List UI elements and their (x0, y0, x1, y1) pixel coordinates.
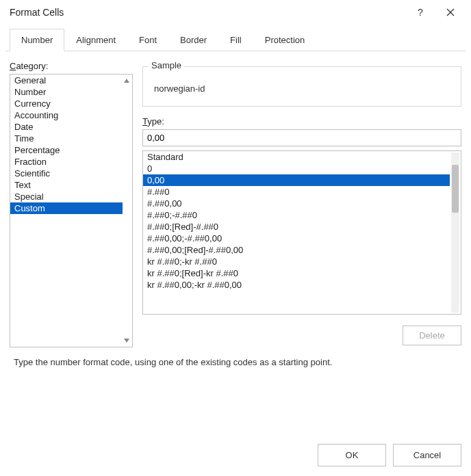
category-item[interactable]: Currency (10, 98, 123, 109)
format-item[interactable]: #.##0,00 (143, 198, 450, 209)
scroll-up-icon[interactable] (123, 77, 130, 84)
svg-marker-2 (124, 79, 129, 83)
tab-number[interactable]: Number (10, 29, 64, 51)
sample-frame: Sample norwegian-id (142, 66, 461, 107)
close-button[interactable] (435, 1, 466, 23)
format-item[interactable]: kr #.##0;-kr #.##0 (143, 256, 450, 267)
sample-label: Sample (149, 60, 184, 70)
tab-font[interactable]: Font (127, 29, 168, 51)
format-item[interactable]: 0,00 (143, 174, 450, 186)
dialog-title: Format Cells (10, 7, 405, 18)
format-item[interactable]: #.##0;-#.##0 (143, 209, 450, 221)
format-item[interactable]: kr #.##0,00;-kr #.##0,00 (143, 279, 450, 291)
help-button[interactable]: ? (405, 1, 435, 23)
format-listbox[interactable]: Standard00,00#.##0#.##0,00#.##0;-#.##0#.… (142, 150, 461, 315)
category-item[interactable]: Time (10, 133, 123, 144)
tab-strip: NumberAlignmentFontBorderFillProtection (5, 29, 466, 51)
format-scrollbar[interactable] (451, 153, 459, 313)
format-item[interactable]: Standard (143, 151, 450, 163)
ok-button[interactable]: OK (318, 444, 386, 466)
hint-text: Type the number format code, using one o… (0, 347, 471, 367)
tab-protection[interactable]: Protection (253, 29, 317, 51)
category-item[interactable]: Date (10, 121, 123, 133)
format-item[interactable]: #.##0,00;-#.##0,00 (143, 233, 450, 244)
format-item[interactable]: 0 (143, 163, 450, 174)
category-scrollbar[interactable] (123, 77, 131, 344)
svg-marker-3 (124, 339, 129, 343)
titlebar: Format Cells ? (0, 0, 471, 25)
scroll-down-icon[interactable] (123, 337, 130, 344)
category-item[interactable]: Text (10, 179, 123, 191)
format-item[interactable]: #.##0;[Red]-#.##0 (143, 221, 450, 233)
tab-alignment[interactable]: Alignment (64, 29, 127, 51)
cancel-button[interactable]: Cancel (393, 444, 461, 466)
dialog-footer: OK Cancel (318, 444, 461, 466)
format-item[interactable]: #.##0,00;[Red]-#.##0,00 (143, 244, 450, 256)
type-input[interactable] (142, 129, 461, 146)
category-item[interactable]: Fraction (10, 156, 123, 168)
category-item[interactable]: Scientific (10, 168, 123, 179)
category-item[interactable]: Number (10, 86, 123, 98)
tab-fill[interactable]: Fill (218, 29, 253, 51)
scrollbar-thumb[interactable] (452, 165, 459, 213)
sample-value: norwegian-id (151, 81, 453, 96)
category-item[interactable]: Accounting (10, 109, 123, 121)
tab-content: Category: GeneralNumberCurrencyAccountin… (0, 51, 471, 347)
category-item[interactable]: Custom (10, 202, 123, 214)
type-label: Type: (142, 116, 461, 127)
category-listbox[interactable]: GeneralNumberCurrencyAccountingDateTimeP… (10, 74, 133, 347)
delete-button[interactable]: Delete (403, 326, 461, 345)
category-item[interactable]: General (10, 75, 123, 86)
category-item[interactable]: Special (10, 191, 123, 202)
close-icon (446, 8, 455, 16)
category-item[interactable]: Percentage (10, 144, 123, 156)
help-icon: ? (418, 7, 423, 18)
tab-border[interactable]: Border (168, 29, 218, 51)
format-item[interactable]: kr #.##0;[Red]-kr #.##0 (143, 267, 450, 279)
category-label: Category: (10, 61, 133, 71)
format-item[interactable]: #.##0 (143, 186, 450, 198)
